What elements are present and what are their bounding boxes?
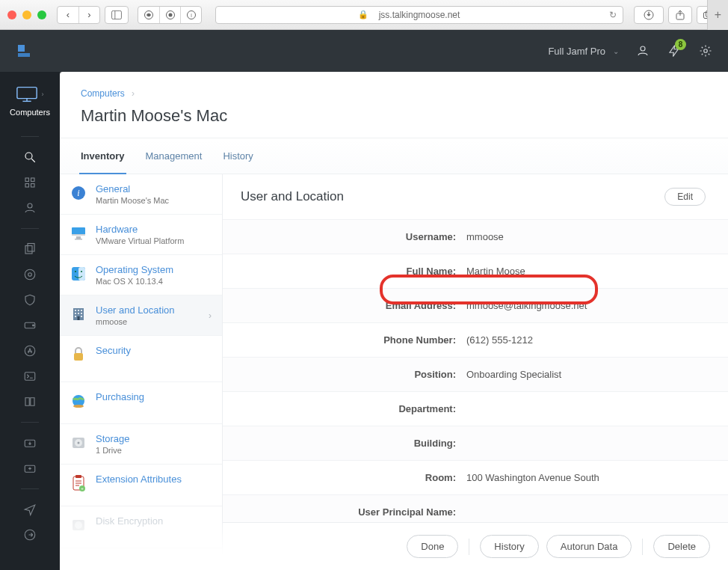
instance-label: Full Jamf Pro: [548, 46, 605, 57]
inv-hardware[interactable]: HardwareVMware Virtual Platform: [60, 215, 222, 255]
chevron-right-icon: ›: [41, 91, 43, 98]
inv-hardware-label: Hardware: [96, 224, 184, 235]
add-folder-icon[interactable]: [22, 460, 38, 476]
value-position: Onboarding Specialist: [462, 369, 561, 380]
reload-button[interactable]: ↻: [609, 10, 623, 20]
inv-ext-label: Extension Attributes: [96, 474, 182, 485]
ext-buttons: i: [138, 6, 202, 24]
downloads-button[interactable]: [634, 6, 664, 24]
app-grid-icon[interactable]: [22, 174, 38, 191]
jamf-logo[interactable]: [15, 42, 33, 60]
address-bar[interactable]: 🔒 jss.talkingmoose.net ↻: [215, 6, 623, 24]
back-button[interactable]: ‹: [58, 7, 78, 23]
svg-rect-0: [112, 10, 122, 19]
notifications-icon[interactable]: 8: [667, 43, 682, 58]
svg-point-43: [81, 271, 82, 272]
svg-point-11: [641, 46, 645, 51]
inventory-category-list: i GeneralMartin Moose's Mac HardwareVMwa…: [60, 174, 223, 560]
nav-buttons: ‹ ›: [57, 6, 100, 24]
label-room: Room:: [223, 472, 462, 483]
profile-settings-icon[interactable]: [22, 266, 38, 283]
svg-rect-45: [75, 310, 76, 311]
footer-actions: Done History Autorun Data Delete: [223, 522, 728, 570]
row-fullname: Full Name:Martin Moose: [223, 254, 728, 288]
chevron-down-icon: ⌄: [613, 47, 619, 55]
inv-os-sub: Mac OS X 10.13.4: [96, 277, 173, 286]
download-folder-icon[interactable]: [22, 435, 38, 451]
inv-general[interactable]: i GeneralMartin Moose's Mac: [60, 174, 222, 215]
disk-icon[interactable]: [22, 317, 38, 334]
svg-rect-18: [25, 178, 29, 182]
separator: [642, 539, 643, 555]
globe-icon: [70, 393, 87, 409]
nav-computers[interactable]: › Computers: [10, 85, 50, 117]
svg-text:i: i: [77, 188, 79, 198]
svg-rect-13: [17, 88, 37, 99]
inv-general-label: General: [96, 183, 169, 194]
users-icon[interactable]: [22, 200, 38, 216]
done-button[interactable]: Done: [407, 535, 458, 558]
label-email: Email Address:: [223, 300, 462, 311]
shield-icon[interactable]: [22, 292, 38, 308]
user-icon[interactable]: [635, 43, 650, 58]
close-window-button[interactable]: [7, 10, 16, 19]
svg-rect-49: [78, 313, 79, 314]
svg-line-17: [31, 159, 35, 162]
instance-picker[interactable]: Full Jamf Pro ⌄: [548, 46, 619, 57]
svg-rect-54: [74, 353, 83, 361]
appstore-icon[interactable]: [22, 343, 38, 359]
inv-storage[interactable]: Storage1 Drive: [60, 424, 222, 465]
autorun-button[interactable]: Autorun Data: [546, 535, 632, 558]
inv-general-sub: Martin Moose's Mac: [96, 196, 169, 205]
label-phone: Phone Number:: [223, 334, 462, 346]
address-url: jss.talkingmoose.net: [379, 10, 460, 20]
edit-button[interactable]: Edit: [664, 188, 706, 206]
svg-rect-21: [31, 184, 35, 188]
history-button[interactable]: History: [480, 535, 538, 558]
svg-rect-20: [25, 184, 29, 188]
svg-point-26: [25, 269, 35, 280]
share-button[interactable]: [668, 6, 692, 24]
inv-user-location[interactable]: User and Locationmmoose ›: [60, 295, 222, 336]
svg-rect-24: [28, 244, 34, 252]
inv-extension-attributes[interactable]: + Extension Attributes: [60, 465, 222, 506]
delete-button[interactable]: Delete: [653, 535, 710, 558]
info-icon: i: [70, 185, 87, 201]
tab-management[interactable]: Management: [135, 138, 213, 174]
svg-rect-38: [76, 236, 81, 239]
crumb-computers[interactable]: Computers: [81, 88, 125, 99]
sidebar-toggle-button[interactable]: [105, 6, 129, 24]
logout-icon[interactable]: [22, 527, 38, 543]
label-upn: User Principal Name:: [223, 506, 462, 518]
search-icon[interactable]: [22, 149, 38, 165]
value-username: mmoose: [462, 231, 504, 242]
zoom-window-button[interactable]: [37, 10, 46, 19]
tab-inventory[interactable]: Inventory: [70, 138, 135, 174]
ext-icon-3[interactable]: i: [180, 7, 201, 23]
tab-history[interactable]: History: [212, 138, 263, 174]
inv-security[interactable]: Security: [60, 336, 222, 382]
inv-disk-encryption[interactable]: Disk Encryption: [60, 506, 222, 548]
row-username: Username:mmoose: [223, 219, 728, 254]
svg-text:+: +: [81, 486, 84, 491]
inv-os[interactable]: Operating SystemMac OS X 10.13.4: [60, 255, 222, 295]
inv-disk-label: Disk Encryption: [96, 515, 163, 527]
inv-storage-sub: 1 Drive: [96, 446, 130, 455]
minimize-window-button[interactable]: [22, 10, 31, 19]
copies-icon[interactable]: [22, 241, 38, 257]
svg-rect-48: [75, 313, 76, 314]
gear-icon[interactable]: [698, 43, 713, 58]
window-controls: [7, 10, 46, 19]
forward-button[interactable]: ›: [78, 7, 99, 23]
new-tab-button[interactable]: +: [707, 0, 728, 30]
command-icon[interactable]: [22, 368, 38, 384]
svg-point-16: [25, 153, 32, 159]
svg-point-28: [33, 325, 34, 326]
inv-hardware-sub: VMware Virtual Platform: [96, 236, 184, 245]
ext-icon-1[interactable]: [138, 7, 159, 23]
book-icon[interactable]: [22, 393, 38, 410]
svg-rect-39: [75, 239, 82, 240]
send-icon[interactable]: [22, 501, 38, 518]
ext-icon-2[interactable]: [159, 7, 180, 23]
inv-purchasing[interactable]: Purchasing: [60, 382, 222, 424]
